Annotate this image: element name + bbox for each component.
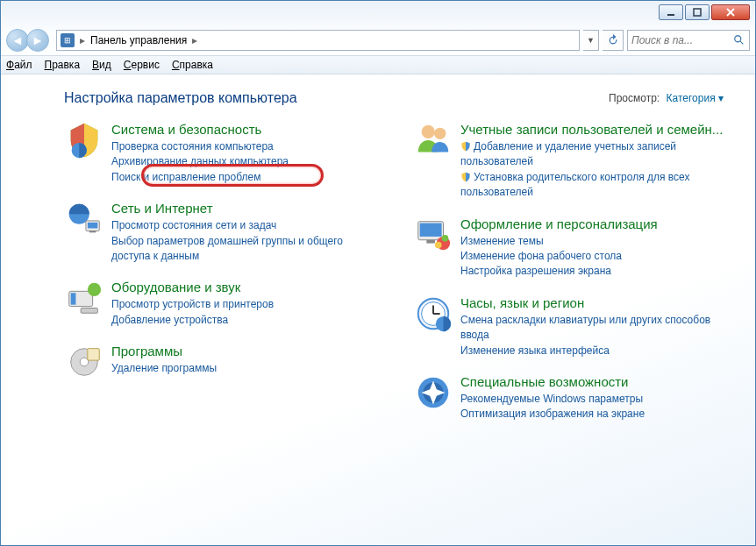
view-selector: Просмотр: Категория ▾: [609, 92, 724, 104]
page-title: Настройка параметров компьютера: [64, 90, 297, 106]
category-sublink[interactable]: Архивирование данных компьютера: [111, 154, 383, 169]
search-icon: [733, 34, 745, 46]
menu-help[interactable]: Справка: [172, 59, 213, 71]
svg-rect-17: [88, 349, 99, 360]
content-area: Настройка параметров компьютера Просмотр…: [1, 74, 755, 545]
minimize-button[interactable]: [659, 4, 683, 20]
category-icon: [413, 215, 453, 255]
category-title-link[interactable]: Система и безопасность: [111, 122, 383, 138]
breadcrumb-root[interactable]: Панель управления: [90, 34, 187, 46]
category-item: Часы, язык и регионСмена раскладки клави…: [413, 294, 732, 358]
search-input[interactable]: Поиск в па...: [627, 30, 750, 51]
category-sublink[interactable]: Изменение темы: [460, 234, 732, 249]
svg-point-16: [80, 358, 89, 366]
breadcrumb-separator: ▸: [192, 34, 197, 46]
svg-rect-22: [426, 239, 435, 243]
forward-button[interactable]: ►: [26, 29, 49, 52]
svg-point-19: [434, 128, 446, 139]
svg-rect-14: [81, 308, 97, 314]
category-item: Оформление и персонализацияИзменение тем…: [413, 215, 732, 280]
svg-point-13: [88, 283, 101, 296]
menu-tools[interactable]: Сервис: [124, 59, 160, 71]
category-title-link[interactable]: Учетные записи пользователей и семейн...: [460, 122, 732, 138]
svg-rect-9: [88, 223, 97, 229]
right-column: Учетные записи пользователей и семейн...…: [413, 120, 732, 436]
category-title-link[interactable]: Оборудование и звук: [111, 280, 383, 295]
address-history-dropdown[interactable]: ▼: [583, 30, 599, 51]
menu-view[interactable]: Вид: [92, 59, 111, 71]
category-sublink[interactable]: Проверка состояния компьютера: [111, 139, 383, 154]
svg-point-18: [422, 125, 435, 138]
category-item: Учетные записи пользователей и семейн...…: [413, 120, 732, 201]
category-sublink[interactable]: Добавление устройства: [111, 313, 383, 328]
category-sublink[interactable]: Рекомендуемые Windows параметры: [460, 392, 732, 407]
category-title-link[interactable]: Специальные возможности: [460, 374, 732, 390]
svg-point-4: [735, 36, 741, 42]
search-placeholder: Поиск в па...: [631, 34, 730, 46]
category-sublink[interactable]: Настройка разрешения экрана: [460, 264, 732, 279]
close-button[interactable]: [711, 4, 750, 20]
category-icon: [413, 372, 453, 413]
category-sublink[interactable]: Изменение языка интерфейса: [460, 344, 732, 358]
nav-arrows: ◄ ►: [6, 29, 53, 52]
category-sublink[interactable]: Выбор параметров домашней группы и общег…: [111, 234, 383, 265]
category-columns: Система и безопасностьПроверка состояния…: [64, 120, 732, 436]
category-item: ПрограммыУдаление программы: [64, 342, 383, 382]
category-sublink[interactable]: Установка родительского контроля для все…: [460, 170, 732, 201]
refresh-button[interactable]: [603, 30, 624, 51]
svg-point-24: [435, 241, 442, 248]
breadcrumb[interactable]: ⊞ ▸ Панель управления ▸: [56, 30, 580, 51]
breadcrumb-separator: ▸: [80, 34, 85, 46]
category-item: Система и безопасностьПроверка состояния…: [64, 120, 383, 185]
svg-rect-21: [420, 223, 442, 236]
view-dropdown[interactable]: Категория ▾: [667, 92, 724, 104]
category-icon: [64, 199, 104, 239]
left-column: Система и безопасностьПроверка состояния…: [64, 120, 383, 436]
category-title-link[interactable]: Оформление и персонализация: [460, 216, 732, 232]
category-icon: [64, 278, 104, 318]
category-sublink[interactable]: Поиск и исправление проблем: [111, 170, 383, 185]
category-sublink[interactable]: Оптимизация изображения на экране: [460, 407, 732, 422]
category-title-link[interactable]: Программы: [111, 344, 383, 359]
category-title-link[interactable]: Часы, язык и регион: [460, 295, 732, 311]
heading-row: Настройка параметров компьютера Просмотр…: [64, 90, 732, 106]
menu-file[interactable]: Файл: [6, 59, 32, 71]
titlebar: [1, 1, 755, 25]
category-icon: [413, 294, 453, 334]
menu-edit[interactable]: Правка: [45, 59, 81, 71]
control-panel-icon: ⊞: [61, 33, 75, 47]
category-item: Специальные возможностиРекомендуемые Win…: [413, 372, 732, 422]
category-sublink[interactable]: Смена раскладки клавиатуры или других сп…: [460, 313, 732, 344]
maximize-button[interactable]: [685, 4, 710, 20]
category-title-link[interactable]: Сеть и Интернет: [111, 201, 383, 216]
category-icon: [64, 120, 104, 160]
svg-rect-10: [89, 231, 96, 233]
view-label: Просмотр:: [609, 92, 660, 104]
category-icon: [413, 120, 453, 160]
category-sublink[interactable]: Изменение фона рабочего стола: [460, 249, 732, 264]
category-item: Оборудование и звукПросмотр устройств и …: [64, 278, 383, 328]
svg-point-25: [442, 235, 449, 242]
control-panel-window: ◄ ► ⊞ ▸ Панель управления ▸ ▼ Поиск в па…: [0, 0, 756, 546]
navigation-bar: ◄ ► ⊞ ▸ Панель управления ▸ ▼ Поиск в па…: [1, 25, 755, 55]
category-sublink[interactable]: Просмотр состояния сети и задач: [111, 218, 383, 233]
svg-rect-12: [71, 294, 76, 305]
category-sublink[interactable]: Добавление и удаление учетных записей по…: [460, 139, 732, 170]
category-icon: [64, 342, 104, 382]
category-sublink[interactable]: Просмотр устройств и принтеров: [111, 297, 383, 312]
category-sublink[interactable]: Удаление программы: [111, 361, 383, 376]
menu-bar: Файл Правка Вид Сервис Справка: [1, 55, 755, 74]
category-item: Сеть и ИнтернетПросмотр состояния сети и…: [64, 199, 383, 264]
svg-rect-1: [694, 9, 701, 16]
svg-line-5: [740, 41, 744, 45]
